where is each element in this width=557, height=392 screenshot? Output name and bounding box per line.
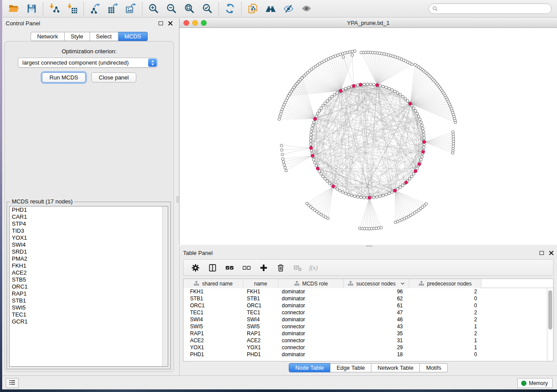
zoom-selected-button[interactable] <box>198 2 216 16</box>
table-row[interactable]: STB1STB1dominator620 <box>183 295 553 302</box>
minimize-window-icon[interactable] <box>192 20 198 26</box>
search-input[interactable] <box>429 3 552 14</box>
save-session-button[interactable] <box>23 2 41 16</box>
mcds-node-item[interactable]: TEC1 <box>10 311 168 318</box>
result-list-scrollbar[interactable] <box>162 206 168 366</box>
float-panel-icon[interactable] <box>540 251 544 255</box>
column-header-MCDS-role[interactable]: MCDS role <box>278 279 344 288</box>
export-network-button[interactable] <box>86 2 104 16</box>
table-scrollbar[interactable] <box>547 288 553 361</box>
network-graph[interactable] <box>180 28 557 245</box>
table-settings-button[interactable] <box>190 262 201 273</box>
mcds-node-item[interactable]: PHD1 <box>10 206 168 213</box>
float-panel-icon[interactable] <box>159 21 163 25</box>
column-label: shared name <box>202 281 232 287</box>
memory-button[interactable]: Memory <box>517 378 553 388</box>
mcds-node-item[interactable]: SWI5 <box>10 304 168 311</box>
close-panel-icon[interactable] <box>549 251 554 255</box>
table-row[interactable]: ACE2ACE2connector311 <box>183 337 553 344</box>
mcds-node-item[interactable]: STP4 <box>10 220 168 227</box>
zoom-fit-button[interactable] <box>180 2 198 16</box>
mcds-node-item[interactable]: STB5 <box>10 276 168 283</box>
tab-style[interactable]: Style <box>65 32 90 41</box>
mcds-result-title: MCDS result (17 nodes) <box>10 198 74 205</box>
mcds-node-item[interactable]: YOX1 <box>10 234 168 241</box>
refresh-layout-icon <box>225 3 235 14</box>
column-header-shared-name[interactable]: shared name <box>183 279 243 288</box>
table-cell: connector <box>278 309 344 316</box>
clone-network-button[interactable] <box>244 2 262 16</box>
close-panel-button[interactable]: Close panel <box>91 72 136 83</box>
run-mcds-button[interactable]: Run MCDS <box>42 72 86 83</box>
hide-graphics-button[interactable] <box>280 2 298 16</box>
table-row[interactable]: RAP1RAP1dominator352 <box>183 330 553 337</box>
refresh-layout-button[interactable] <box>221 2 239 16</box>
table-row[interactable]: TEC1TEC1connector472 <box>183 309 553 316</box>
table-row[interactable]: PHD1PHD1dominator180 <box>183 351 553 358</box>
binoculars-button[interactable] <box>262 2 280 16</box>
mcds-node-item[interactable]: SRD1 <box>10 248 168 255</box>
mcds-node-item[interactable]: STB1 <box>10 297 168 304</box>
export-image-button[interactable] <box>122 2 140 16</box>
deselect-all-columns-button[interactable] <box>241 262 252 273</box>
mcds-node-item[interactable]: TID3 <box>10 227 168 234</box>
network-view-window: YPA_prune.txt_1 <box>179 18 557 245</box>
table-row[interactable]: SWI5SWI5connector431 <box>183 323 553 330</box>
mcds-node-item[interactable]: ACE2 <box>10 269 168 276</box>
table-cell: 29 <box>344 344 409 351</box>
mcds-node-item[interactable]: FKH1 <box>10 262 168 269</box>
column-visibility-button[interactable] <box>207 262 218 273</box>
network-window-titlebar[interactable]: YPA_prune.txt_1 <box>180 18 557 28</box>
mcds-node-item[interactable]: SWI4 <box>10 241 168 248</box>
table-cell: dominator <box>278 296 344 302</box>
mcds-result-list[interactable]: PHD1CAR1STP4TID3YOX1SWI4SRD1PMA2FKH1ACE2… <box>9 206 168 367</box>
table-row[interactable]: FKH1FKH1dominator962 <box>183 288 553 295</box>
criterion-dropdown[interactable]: largest connected component (undirected) <box>18 58 158 68</box>
shared-column-icon <box>348 281 353 286</box>
table-cell: 46 <box>344 316 409 323</box>
function-builder-button: f(x) <box>309 262 320 273</box>
import-network-button[interactable] <box>45 2 63 16</box>
column-header-name[interactable]: name <box>243 279 278 288</box>
column-label: name <box>254 281 267 287</box>
close-panel-icon[interactable] <box>168 21 173 26</box>
column-header-predecessor-nodes[interactable]: predecessor nodes <box>409 279 481 288</box>
mcds-node-item[interactable]: GCR1 <box>10 318 168 325</box>
create-column-button[interactable] <box>258 262 269 273</box>
show-graphics-button[interactable] <box>298 2 315 16</box>
network-canvas[interactable] <box>180 28 557 245</box>
table-row[interactable]: SWI4SWI4dominator462 <box>183 316 553 323</box>
close-window-icon[interactable] <box>183 20 189 26</box>
mcds-node-item[interactable]: ORC1 <box>10 283 168 290</box>
mcds-node-item[interactable]: CAR1 <box>10 213 168 220</box>
scrollbar-thumb[interactable] <box>548 290 552 330</box>
tab-node-table[interactable]: Node Table <box>289 363 331 372</box>
export-table-button[interactable] <box>104 2 122 16</box>
import-table-button[interactable] <box>63 2 81 16</box>
mcds-node-item[interactable]: PMA2 <box>10 255 168 262</box>
vertical-splitter[interactable] <box>176 17 179 375</box>
zoom-out-button[interactable] <box>163 2 180 16</box>
column-header-successor-nodes[interactable]: successor nodes <box>344 279 409 288</box>
table-cell: RAP1 <box>183 330 243 337</box>
open-file-button[interactable] <box>5 2 23 16</box>
task-history-button[interactable] <box>6 378 19 388</box>
table-cell: dominator <box>278 351 344 358</box>
table-row[interactable]: ORC1ORC1dominator610 <box>183 302 553 309</box>
select-all-columns-button[interactable] <box>224 262 235 273</box>
tab-edge-table[interactable]: Edge Table <box>330 363 371 372</box>
column-visibility-icon <box>208 263 217 272</box>
zoom-in-button[interactable] <box>145 2 163 16</box>
table-cell: dominator <box>278 289 344 295</box>
delete-column-icon <box>276 263 285 272</box>
tab-network-table[interactable]: Network Table <box>371 363 420 372</box>
tab-mcds[interactable]: MCDS <box>118 32 148 41</box>
zoom-selected-icon <box>202 3 213 14</box>
maximize-window-icon[interactable] <box>201 20 207 26</box>
tab-motifs[interactable]: Motifs <box>420 363 448 372</box>
mcds-node-item[interactable]: RAP1 <box>10 290 168 297</box>
tab-select[interactable]: Select <box>90 32 118 41</box>
table-row[interactable]: YOX1YOX1connector291 <box>183 344 553 351</box>
delete-column-button[interactable] <box>275 262 286 273</box>
tab-network[interactable]: Network <box>31 32 65 41</box>
